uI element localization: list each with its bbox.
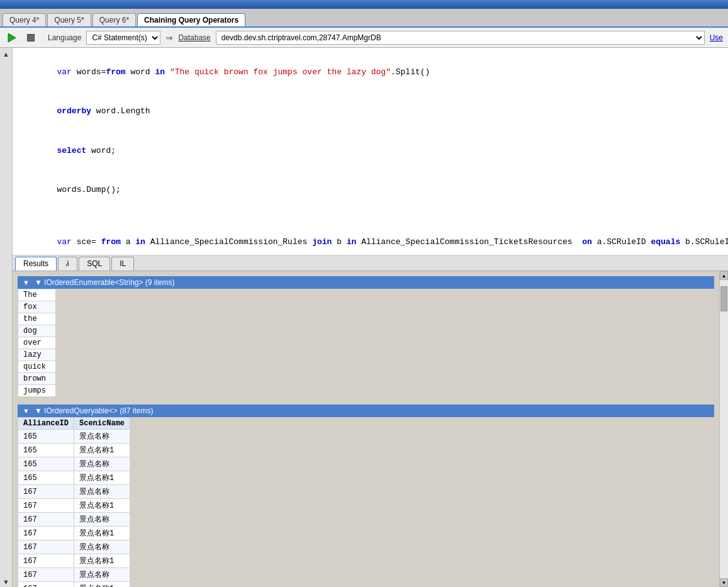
- result-section-1: ▼ ▼ IOrderedEnumerable<String> (9 items)…: [18, 276, 714, 397]
- table-row: 167景点名称: [18, 540, 130, 554]
- tab-query_4*[interactable]: Query 4*: [3, 13, 46, 26]
- table-row: 165景点名称1: [18, 444, 130, 457]
- table-row: over: [18, 337, 56, 349]
- code-line: words.Dump();: [18, 171, 723, 210]
- side-arrow-down[interactable]: ▼: [1, 577, 11, 587]
- table-row: 165景点名称1: [18, 471, 130, 485]
- tab-chaining_query_operators[interactable]: Chaining Query Operators: [137, 13, 245, 26]
- result-section-2: ▼ ▼ IOrderedQueryable<> (87 items) Allia…: [18, 405, 714, 587]
- table-row: the: [18, 313, 56, 325]
- language-label: Language: [48, 33, 81, 42]
- bottom-tab-λ[interactable]: λ: [58, 257, 77, 271]
- table-row: The: [18, 289, 56, 301]
- table-row: 167景点名称1: [18, 554, 130, 568]
- table-row: 167景点名称: [18, 485, 130, 499]
- arrow-icon: ⇒: [165, 33, 173, 43]
- table-row: 165景点名称: [18, 457, 130, 471]
- table-row: brown: [18, 373, 56, 385]
- code-line: orderby word.Length: [18, 92, 723, 131]
- title-bar: [0, 0, 728, 9]
- editor-results: var words=from word in "The quick brown …: [13, 48, 728, 587]
- result1-header[interactable]: ▼ ▼ IOrderedEnumerable<String> (9 items): [18, 276, 714, 289]
- collapse-arrow-2: ▼: [23, 407, 30, 415]
- table-row: jumps: [18, 385, 56, 397]
- table-row: 167景点名称: [18, 568, 130, 582]
- code-line: var sce= from a in Alliance_SpecialCommi…: [18, 223, 723, 255]
- scroll-thumb[interactable]: [720, 286, 727, 311]
- tab-bar: Query 4*Query 5*Query 6*Chaining Query O…: [0, 9, 728, 28]
- table-row: dog: [18, 325, 56, 337]
- code-line: [18, 210, 723, 223]
- svg-marker-0: [8, 33, 16, 42]
- table-row: 167景点名称1: [18, 527, 130, 540]
- results-scroll-container: ▼ ▼ IOrderedEnumerable<String> (9 items)…: [13, 271, 728, 587]
- scroll-down-btn[interactable]: ▼: [720, 578, 728, 587]
- bottom-tabs: ResultsλSQLIL: [13, 255, 728, 271]
- code-line: select word;: [18, 131, 723, 171]
- vertical-scrollbar[interactable]: ▲ ▼: [719, 271, 728, 587]
- result1-header-text: ▼ IOrderedEnumerable<String> (9 items): [35, 278, 175, 287]
- tab-query_6*[interactable]: Query 6*: [92, 13, 136, 26]
- result2-header-text: ▼ IOrderedQueryable<> (87 items): [35, 406, 154, 415]
- results-area[interactable]: ▼ ▼ IOrderedEnumerable<String> (9 items)…: [13, 271, 719, 587]
- side-arrow-up[interactable]: ▲: [1, 49, 11, 59]
- bottom-tab-il[interactable]: IL: [111, 257, 134, 271]
- scroll-track[interactable]: [720, 280, 728, 578]
- result2-table: AllianceIDScenicName165景点名称165景点名称1165景点…: [18, 417, 130, 587]
- bottom-tab-sql[interactable]: SQL: [79, 257, 110, 271]
- collapse-arrow-1: ▼: [23, 279, 30, 286]
- code-editor[interactable]: var words=from word in "The quick brown …: [13, 48, 728, 255]
- table-row: 167景点名称: [18, 513, 130, 527]
- table-header-row: AllianceIDScenicName: [18, 418, 130, 430]
- main-area: ▲ ▼ var words=from word in "The quick br…: [0, 48, 728, 587]
- bottom-tab-results[interactable]: Results: [15, 257, 57, 271]
- scroll-up-btn[interactable]: ▲: [720, 271, 728, 280]
- language-select[interactable]: C# Statement(s): [86, 31, 160, 45]
- table-row: 165景点名称: [18, 430, 130, 444]
- database-label: Database: [178, 33, 210, 42]
- stop-button[interactable]: [24, 31, 38, 45]
- toolbar: Language C# Statement(s) ⇒ Database devd…: [0, 28, 728, 48]
- table-row: 167景点名称1: [18, 499, 130, 513]
- run-button[interactable]: [5, 31, 19, 45]
- result1-table: Thefoxthedogoverlazyquickbrownjumps: [18, 289, 56, 397]
- table-row: quick: [18, 361, 56, 373]
- use-button[interactable]: Use: [710, 33, 723, 42]
- result2-header[interactable]: ▼ ▼ IOrderedQueryable<> (87 items): [18, 405, 714, 417]
- table-row: fox: [18, 301, 56, 313]
- code-line: var words=from word in "The quick brown …: [18, 53, 723, 92]
- side-gutter: ▲ ▼: [0, 48, 13, 587]
- table-row: 167景点名称1: [18, 582, 130, 588]
- table-row: lazy: [18, 349, 56, 361]
- tab-query_5*[interactable]: Query 5*: [47, 13, 91, 26]
- database-select[interactable]: devdb.dev.sh.ctriptravel.com,28747.AmpMg…: [216, 31, 705, 45]
